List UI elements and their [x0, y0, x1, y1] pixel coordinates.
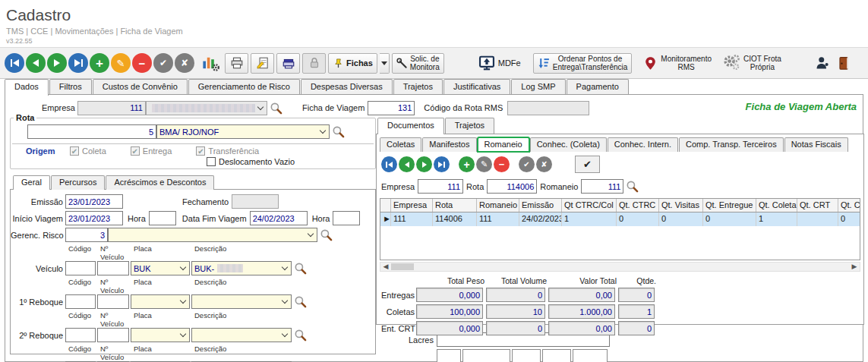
romaneio-first-button[interactable] [381, 156, 397, 172]
tab-trajetos[interactable]: Trajetos [393, 79, 443, 95]
scroll-right-arrow[interactable]: ▶ [849, 263, 860, 271]
grid-horizontal-scrollbar[interactable]: ◀ ▶ [380, 262, 860, 272]
user-button[interactable] [815, 55, 830, 71]
chart-settings-icon[interactable] [199, 52, 222, 74]
reboque1-codigo-field[interactable] [65, 294, 96, 309]
empresa-name-combo[interactable] [146, 101, 267, 115]
tab-trajetos-right[interactable]: Trajetos [445, 118, 494, 134]
reboque2-search-icon[interactable] [294, 329, 307, 342]
tab-notas-fiscais[interactable]: Notas Fiscais [784, 137, 848, 152]
edit-record-button[interactable]: ✎ [111, 53, 131, 73]
checkbox-transferencia[interactable]: Transferência [196, 146, 259, 156]
checkbox-deslocamento-vazio[interactable]: Deslocamento Vazio [207, 157, 295, 166]
gerenc-risco-combo[interactable] [108, 228, 317, 242]
tab-percursos[interactable]: Percursos [51, 175, 106, 190]
tab-gerenciamento-risco[interactable]: Gerenciamento de Risco [188, 79, 300, 95]
tab-pagamento[interactable]: Pagamento [567, 79, 629, 95]
reboque1-search-icon[interactable] [294, 295, 307, 308]
checkbox-coleta[interactable]: Coleta [70, 146, 106, 156]
exit-button[interactable] [836, 55, 851, 71]
tab-dados[interactable]: Dados [5, 79, 49, 96]
veiculo-descricao-combo[interactable]: BUK- [191, 261, 292, 275]
reboque1-nveiculo-field[interactable] [97, 294, 129, 309]
tab-coletas[interactable]: Coletas [380, 137, 421, 152]
tab-despesas-diversas[interactable]: Despesas Diversas [301, 79, 393, 95]
stub-field[interactable] [573, 349, 608, 362]
emissao-field[interactable]: 23/01/2023 [65, 194, 123, 209]
reboque2-placa-combo[interactable] [131, 328, 190, 342]
confirm-button[interactable]: ✔ [153, 53, 173, 73]
filter-rota-field[interactable]: 114006 [487, 179, 537, 194]
filter-romaneio-field[interactable]: 111 [581, 179, 623, 194]
edit-report-button[interactable] [251, 53, 274, 74]
checkbox-entrega[interactable]: Entrega [131, 146, 172, 156]
stub-field[interactable] [512, 349, 541, 362]
romaneio-apply-button[interactable]: ✔ [575, 156, 600, 173]
grid-selected-row[interactable]: ► 111 114006 111 24/02/2023 1 0 0 0 1 0 [380, 212, 860, 226]
tab-acrescimos-descontos[interactable]: Acréscimos e Descontos [106, 175, 214, 190]
tab-romaneio[interactable]: Romaneio [478, 137, 529, 152]
veiculo-nveiculo-field[interactable] [97, 261, 129, 275]
stub-field[interactable] [462, 349, 510, 362]
tab-filtros[interactable]: Filtros [49, 79, 92, 95]
romaneio-cancel-button[interactable]: ✘ [536, 156, 552, 172]
gerenc-risco-search-icon[interactable] [320, 228, 333, 241]
rota-search-icon[interactable] [332, 125, 345, 138]
romaneio-confirm-button[interactable]: ✔ [519, 156, 535, 172]
reboque2-descricao-combo[interactable] [191, 328, 292, 342]
delete-record-button[interactable]: − [132, 53, 152, 73]
reboque2-codigo-field[interactable] [65, 328, 96, 342]
first-record-button[interactable] [5, 53, 24, 73]
hora-inicio-field[interactable] [149, 211, 176, 225]
tab-comp-transp-terceiros[interactable]: Comp. Transp. Terceiros [679, 137, 784, 152]
romaneio-add-button[interactable]: + [459, 156, 475, 172]
mdfe-button[interactable]: MDFe [478, 55, 521, 71]
ficha-viagem-field[interactable]: 131 [368, 101, 415, 115]
tab-documentos[interactable]: Documentos [377, 118, 444, 134]
veiculo-codigo-field[interactable] [65, 261, 96, 275]
tab-custos-convenio[interactable]: Custos de Convênio [93, 79, 188, 95]
gerenc-risco-code-field[interactable]: 3 [65, 228, 108, 242]
veiculo-placa-combo[interactable]: BUK [131, 261, 190, 275]
reboque1-placa-combo[interactable] [131, 294, 190, 309]
filter-empresa-field[interactable]: 111 [418, 179, 463, 194]
tab-log-smp[interactable]: Log SMP [511, 79, 565, 95]
add-record-button[interactable]: + [90, 53, 109, 73]
print-button[interactable] [225, 53, 248, 74]
rota-combo[interactable]: BMA/ RJO/NOF [156, 124, 330, 139]
fichas-dropdown-arrow[interactable] [380, 53, 390, 74]
fichas-button[interactable]: Fichas [328, 53, 377, 74]
romaneio-search-icon[interactable] [626, 180, 639, 193]
tab-justificativas[interactable]: Justificativas [443, 79, 510, 95]
stub-field[interactable] [542, 349, 571, 362]
tab-manifestos[interactable]: Manifestos [422, 137, 476, 152]
reboque1-descricao-combo[interactable] [191, 294, 292, 309]
rota-code-field[interactable]: 5 [27, 124, 156, 139]
romaneio-edit-button[interactable]: ✎ [476, 156, 492, 172]
empresa-search-icon[interactable] [270, 102, 282, 115]
next-record-button[interactable] [47, 53, 67, 73]
monitoramento-rms-button[interactable]: Monitoramento RMS [643, 55, 712, 71]
data-fim-field[interactable]: 24/02/2023 [250, 211, 308, 225]
romaneio-last-button[interactable] [434, 156, 450, 172]
ciot-frota-button[interactable]: CIOT Frota Própria [722, 54, 781, 72]
ordenar-pontos-button[interactable]: Ordenar Pontos de Entrega\Transferência [533, 53, 633, 74]
label-print-button[interactable] [276, 53, 300, 74]
stub-field[interactable] [437, 349, 461, 362]
tab-conhec-coleta[interactable]: Conhec. (Coleta) [530, 137, 607, 152]
reboque2-nveiculo-field[interactable] [97, 328, 129, 342]
scroll-thumb[interactable] [391, 263, 414, 270]
romaneio-delete-button[interactable]: − [494, 156, 510, 172]
hora-fim-field[interactable] [333, 211, 360, 225]
previous-record-button[interactable] [26, 53, 46, 73]
tab-geral[interactable]: Geral [13, 175, 50, 190]
romaneio-next-button[interactable] [416, 156, 432, 172]
tab-conhec-intern[interactable]: Conhec. Intern. [608, 137, 678, 152]
romaneio-previous-button[interactable] [399, 156, 415, 172]
cancel-button[interactable]: ✘ [175, 53, 194, 73]
inicio-viagem-field[interactable]: 23/01/2023 [65, 211, 123, 225]
scroll-left-arrow[interactable]: ◀ [380, 263, 391, 271]
last-record-button[interactable] [68, 53, 88, 73]
veiculo-search-icon[interactable] [294, 262, 307, 275]
solic-monitora-button[interactable]: Solic. de Monitora [392, 53, 444, 74]
